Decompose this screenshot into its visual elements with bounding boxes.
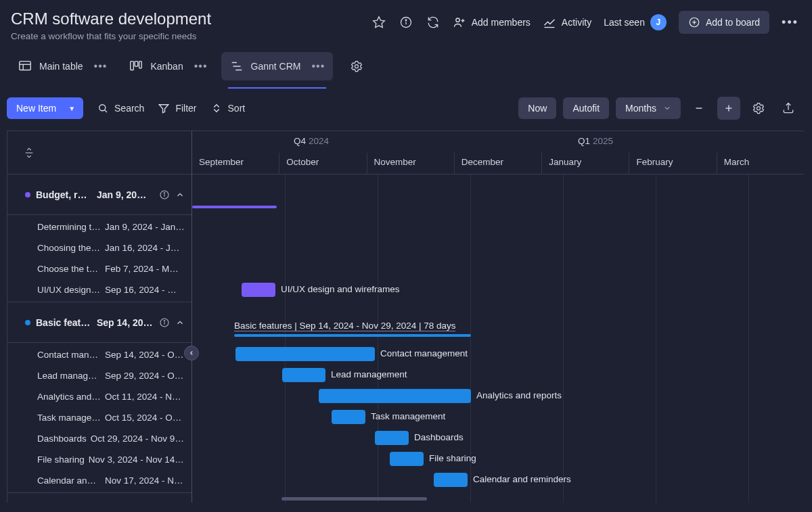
task-row[interactable]: DashboardsOct 29, 2024 - Nov 9, 2…: [7, 428, 191, 449]
task-date: Sep 29, 2024 - Oct …: [105, 371, 185, 381]
autofit-label: Autofit: [572, 103, 600, 114]
task-name: UI/UX design and wireframes: [37, 285, 101, 295]
tab-main-table[interactable]: Main table •••: [9, 52, 115, 80]
task-bar[interactable]: [332, 410, 365, 424]
task-date: Feb 7, 2024 - M…: [105, 264, 185, 274]
task-date: Nov 3, 2024 - Nov 14, 2…: [89, 455, 185, 465]
expand-rows-icon[interactable]: [24, 147, 35, 158]
group-header[interactable]: Budget, requirements, designJan 9, 20…: [7, 174, 191, 215]
export-icon[interactable]: [777, 97, 800, 120]
month-column: February: [629, 153, 716, 174]
task-bar[interactable]: [242, 283, 275, 297]
tab-main-table-menu-icon[interactable]: •••: [94, 60, 108, 72]
activity-button[interactable]: Activity: [543, 16, 591, 29]
add-members-button[interactable]: Add members: [453, 16, 531, 29]
task-row[interactable]: Lead managementSep 29, 2024 - Oct …: [7, 365, 191, 386]
tab-kanban[interactable]: Kanban •••: [120, 52, 215, 80]
svg-point-27: [757, 107, 761, 110]
info-icon[interactable]: [159, 317, 170, 328]
quarter-label: Q12025: [578, 136, 613, 146]
new-item-button[interactable]: New Item ▼: [7, 97, 83, 119]
task-bar-label: Contact management: [380, 348, 468, 358]
sort-button[interactable]: Sort: [210, 102, 246, 114]
tab-gantt[interactable]: Gannt CRM •••: [221, 52, 334, 80]
filter-button[interactable]: Filter: [158, 102, 196, 114]
activity-label: Activity: [562, 17, 591, 28]
svg-rect-16: [139, 62, 142, 68]
task-row[interactable]: UI/UX design and wireframesSep 16, 2024 …: [7, 279, 191, 300]
last-seen[interactable]: Last seen J: [604, 14, 667, 30]
chevron-up-icon[interactable]: [175, 318, 185, 327]
scale-select[interactable]: Months: [616, 97, 681, 119]
task-name: Contact management: [37, 350, 101, 360]
group-summary-bar[interactable]: [234, 334, 471, 337]
task-row[interactable]: Choosing the typeJan 16, 2024 - J…: [7, 237, 191, 258]
task-name: Lead management: [37, 371, 101, 381]
svg-point-31: [164, 192, 164, 193]
board-settings-icon[interactable]: [747, 97, 770, 120]
task-row[interactable]: Calendar and remindersNov 17, 2024 - N…: [7, 470, 191, 491]
task-row[interactable]: Task managementOct 15, 2024 - Oct …: [7, 407, 191, 428]
task-bar-label: Task management: [371, 411, 445, 421]
now-button[interactable]: Now: [518, 97, 556, 119]
info-icon[interactable]: [159, 189, 170, 200]
autofit-button[interactable]: Autofit: [563, 97, 609, 119]
task-name: Dashboards: [37, 434, 87, 444]
month-column: December: [454, 153, 541, 174]
add-to-board-label: Add to board: [706, 17, 760, 28]
group-header[interactable]: Basic featuresSep 14, 2024 - …: [7, 302, 191, 343]
horizontal-scrollbar[interactable]: [281, 497, 427, 501]
task-date: Sep 14, 2024 - Oct…: [105, 350, 185, 360]
chevron-down-icon: [663, 104, 671, 112]
svg-rect-14: [131, 62, 134, 70]
tab-gantt-menu-icon[interactable]: •••: [311, 60, 325, 72]
collapse-sidebar-button[interactable]: [184, 346, 199, 360]
task-bar-label: Dashboards: [414, 432, 464, 442]
avatar: J: [650, 14, 667, 30]
task-row[interactable]: Choose the tech stackFeb 7, 2024 - M…: [7, 258, 191, 279]
svg-rect-15: [135, 62, 139, 66]
task-bar[interactable]: [282, 368, 325, 382]
task-row[interactable]: Contact managementSep 14, 2024 - Oct…: [7, 344, 191, 365]
search-button[interactable]: Search: [97, 102, 144, 114]
task-date: Oct 29, 2024 - Nov 9, 2…: [91, 434, 185, 444]
task-bar-label: Calendar and reminders: [473, 474, 571, 484]
month-column: March: [717, 153, 804, 174]
quarter-label: Q42024: [294, 136, 329, 146]
task-row[interactable]: File sharingNov 3, 2024 - Nov 14, 2…: [7, 449, 191, 470]
group-name: Budget, requirements, design: [36, 189, 91, 200]
task-bar[interactable]: [390, 452, 424, 466]
month-column: October: [279, 153, 366, 174]
tab-main-table-label: Main table: [39, 61, 83, 72]
group-name: Basic features: [36, 317, 91, 328]
view-settings-icon[interactable]: [349, 59, 364, 74]
task-name: Calendar and reminders: [37, 475, 101, 486]
add-to-board-button[interactable]: Add to board: [679, 11, 769, 34]
chevron-up-icon[interactable]: [175, 190, 185, 200]
svg-rect-11: [20, 62, 31, 70]
group-date: Jan 9, 20…: [97, 189, 154, 200]
zoom-out-button[interactable]: [687, 97, 710, 120]
task-bar[interactable]: [434, 473, 468, 487]
tab-kanban-label: Kanban: [150, 61, 183, 72]
task-row[interactable]: Analytics and reportsOct 11, 2024 - Nov…: [7, 386, 191, 407]
month-column: January: [541, 153, 629, 174]
task-bar[interactable]: [235, 347, 375, 361]
task-bar[interactable]: [375, 431, 409, 445]
sync-icon[interactable]: [426, 15, 441, 30]
zoom-in-button[interactable]: [717, 97, 740, 120]
task-bar[interactable]: [319, 389, 471, 403]
task-row[interactable]: Determining the budgetJan 9, 2024 - Jan…: [7, 216, 191, 237]
svg-point-3: [405, 20, 407, 21]
star-icon[interactable]: [371, 15, 386, 30]
task-bar-label: Lead management: [331, 369, 407, 379]
more-menu-icon[interactable]: •••: [782, 16, 798, 30]
task-name: Choose the tech stack: [37, 264, 101, 274]
task-name: Analytics and reports: [37, 392, 101, 402]
info-icon[interactable]: [399, 15, 413, 30]
svg-point-21: [99, 105, 106, 111]
svg-marker-23: [160, 105, 169, 113]
tab-kanban-menu-icon[interactable]: •••: [194, 60, 208, 72]
chevron-down-icon[interactable]: ▼: [68, 105, 75, 112]
group-summary-bar[interactable]: [192, 206, 277, 208]
